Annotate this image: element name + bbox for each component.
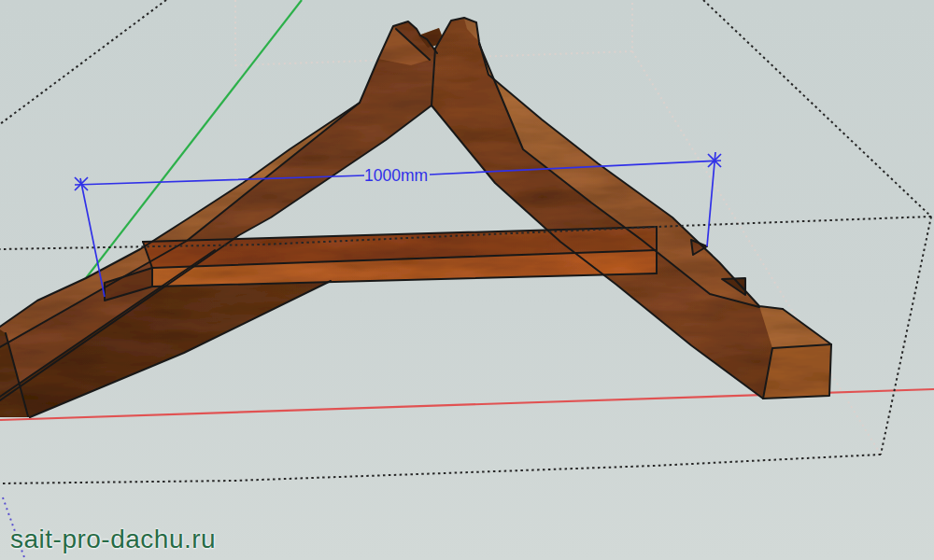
watermark-text: sait-pro-dachu.ru — [10, 525, 216, 554]
model-canvas[interactable]: 1000mm — [0, 0, 934, 560]
dimension-label: 1000mm — [364, 166, 428, 185]
sketchup-3d-viewport[interactable]: 1000mm sait-pro-dachu.ru — [0, 0, 934, 560]
left-rafter[interactable] — [0, 21, 445, 417]
right-foot-end-face — [763, 344, 831, 399]
